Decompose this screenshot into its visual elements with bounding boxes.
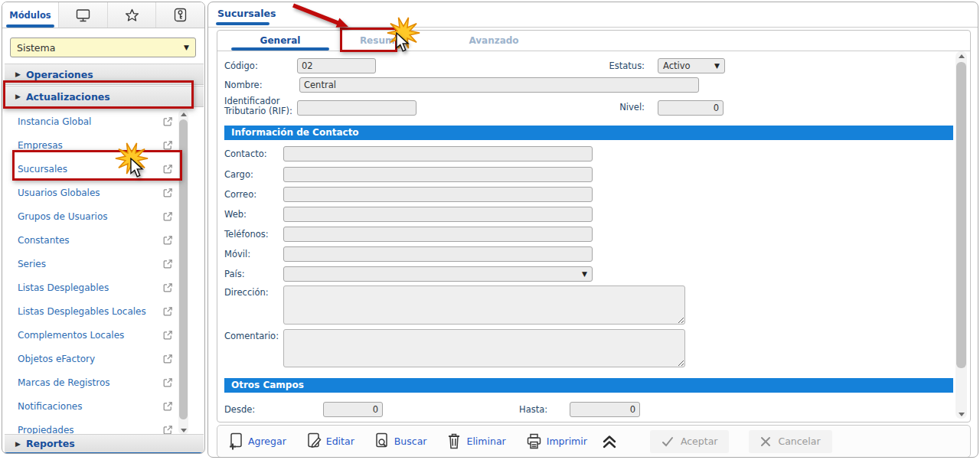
page-title[interactable]: Sucursales (217, 8, 276, 19)
web-input[interactable] (283, 207, 593, 222)
external-link-icon[interactable] (162, 235, 173, 246)
web-label: Web: (224, 210, 247, 220)
rif-input[interactable] (297, 100, 416, 116)
telefonos-input[interactable] (283, 227, 593, 242)
external-link-icon[interactable] (162, 282, 173, 293)
trash-icon (446, 432, 462, 450)
sidebar-item-propiedades[interactable]: Propiedades (5, 418, 176, 434)
nombre-input[interactable] (299, 77, 699, 93)
tab-access[interactable] (155, 2, 204, 28)
sidebar-item-constantes[interactable]: Constantes (5, 228, 176, 252)
tab-resumen[interactable]: Resumen (341, 31, 426, 51)
triangle-right-icon: ▶ (15, 440, 21, 448)
form-scrollbar[interactable] (956, 51, 967, 419)
tab-favorites[interactable] (107, 2, 156, 28)
collapse-toolbar-button[interactable] (601, 434, 618, 449)
external-link-icon[interactable] (162, 401, 173, 412)
hasta-label: Hasta: (519, 405, 547, 415)
main-tabstrip: Sucursales (208, 2, 978, 28)
external-link-icon[interactable] (162, 377, 173, 388)
sidebar-item-grupos-de-usuarios[interactable]: Grupos de Usuarios (5, 204, 176, 228)
sidebar-item-instancia-global[interactable]: Instancia Global (5, 109, 176, 133)
external-link-icon[interactable] (162, 306, 173, 317)
document-search-icon (374, 432, 390, 450)
external-link-icon[interactable] (162, 425, 173, 435)
document-pencil-icon (306, 432, 322, 450)
codigo-input[interactable] (297, 58, 376, 73)
nivel-input[interactable] (658, 100, 724, 116)
movil-input[interactable] (283, 246, 593, 262)
active-tab-underline (6, 24, 54, 28)
sidebar-item-series[interactable]: Series (5, 252, 176, 276)
scrollbar-thumb[interactable] (956, 62, 966, 368)
main-panel: Sucursales General Resumen Avanzado Códi… (207, 2, 978, 458)
estatus-select[interactable]: Activo ▼ (658, 58, 725, 73)
sidebar-item-objetos-efactory[interactable]: Objetos eFactory (5, 347, 176, 370)
sidebar-item-listas-desplegables-locales[interactable]: Listas Desplegables Locales (5, 299, 176, 323)
external-link-icon[interactable] (162, 116, 173, 127)
action-toolbar: Agregar Editar Buscar Eliminar Imprimir (217, 425, 971, 458)
contacto-input[interactable] (283, 146, 593, 161)
chevron-down-icon: ▼ (184, 44, 189, 51)
tab-avanzado[interactable]: Avanzado (447, 31, 541, 51)
direccion-label: Dirección: (224, 288, 269, 298)
sidebar-item-listas-desplegables[interactable]: Listas Desplegables (5, 276, 176, 299)
accordion-operaciones[interactable]: ▶ Operaciones (5, 64, 204, 85)
hasta-input[interactable] (570, 402, 640, 417)
accordion-operaciones-label: Operaciones (26, 69, 93, 80)
correo-label: Correo: (224, 190, 256, 200)
cargo-input[interactable] (283, 167, 593, 182)
aceptar-button[interactable]: Aceptar (650, 430, 730, 453)
accordion-actualizaciones-label: Actualizaciones (26, 91, 110, 103)
accordion-actualizaciones[interactable]: ▶ Actualizaciones (5, 86, 204, 107)
tab-monitor[interactable] (58, 2, 107, 28)
scroll-down-arrow[interactable] (956, 409, 967, 419)
external-link-icon[interactable] (162, 259, 173, 269)
accordion-reportes[interactable]: ▶ Reportes (5, 434, 204, 452)
sucursales-form: General Resumen Avanzado Código: Estatus… (217, 30, 971, 422)
sidebar-item-sucursales[interactable]: Sucursales (5, 157, 176, 181)
scroll-up-arrow[interactable] (178, 109, 188, 119)
imprimir-button[interactable]: Imprimir (526, 433, 587, 450)
sidebar-scrollbar[interactable] (178, 109, 188, 435)
nombre-label: Nombre: (224, 80, 263, 90)
modules-sidebar: Módulos Sistema ▼ ▶ Operaciones ▶ Ac (2, 2, 205, 454)
sidebar-item-empresas[interactable]: Empresas (5, 133, 176, 157)
external-link-icon[interactable] (162, 330, 173, 341)
monitor-icon (76, 8, 90, 22)
external-link-icon[interactable] (162, 140, 173, 151)
desde-input[interactable] (323, 402, 383, 417)
module-selector[interactable]: Sistema ▼ (10, 38, 196, 57)
sidebar-item-usuarios-globales[interactable]: Usuarios Globales (5, 181, 176, 204)
estatus-label: Estatus: (577, 61, 645, 71)
direccion-textarea[interactable] (283, 285, 685, 325)
cancelar-button[interactable]: Cancelar (749, 430, 831, 453)
external-link-icon[interactable] (162, 354, 173, 364)
printer-icon (526, 433, 542, 450)
triangle-right-icon: ▶ (15, 70, 21, 78)
tab-modulos[interactable]: Módulos (2, 2, 58, 28)
buscar-button[interactable]: Buscar (374, 432, 427, 450)
external-link-icon[interactable] (162, 188, 173, 198)
editar-button[interactable]: Editar (306, 432, 354, 450)
sidebar-item-complementos-locales[interactable]: Complementos Locales (5, 323, 176, 347)
check-icon (662, 436, 674, 447)
external-link-icon[interactable] (162, 211, 173, 222)
star-icon (125, 8, 139, 22)
telefonos-label: Teléfonos: (224, 230, 269, 240)
correo-input[interactable] (283, 187, 593, 202)
agregar-button[interactable]: Agregar (228, 432, 286, 450)
collapse-chevrons-icon (601, 434, 618, 449)
eliminar-button[interactable]: Eliminar (446, 432, 505, 450)
sidebar-item-notificaciones[interactable]: Notificaciones (5, 394, 176, 418)
triangle-right-icon: ▶ (15, 93, 21, 100)
scroll-up-arrow[interactable] (956, 51, 967, 60)
sidebar-item-marcas-de-registros[interactable]: Marcas de Registros (5, 370, 176, 394)
comentario-textarea[interactable] (283, 329, 685, 367)
active-tab-underline (216, 22, 270, 25)
pais-select[interactable]: ▼ (283, 266, 593, 282)
sidebar-tabstrip: Módulos (2, 2, 204, 28)
scrollbar-thumb[interactable] (179, 119, 188, 419)
comentario-label: Comentario: (224, 331, 279, 341)
external-link-icon[interactable] (162, 164, 173, 175)
